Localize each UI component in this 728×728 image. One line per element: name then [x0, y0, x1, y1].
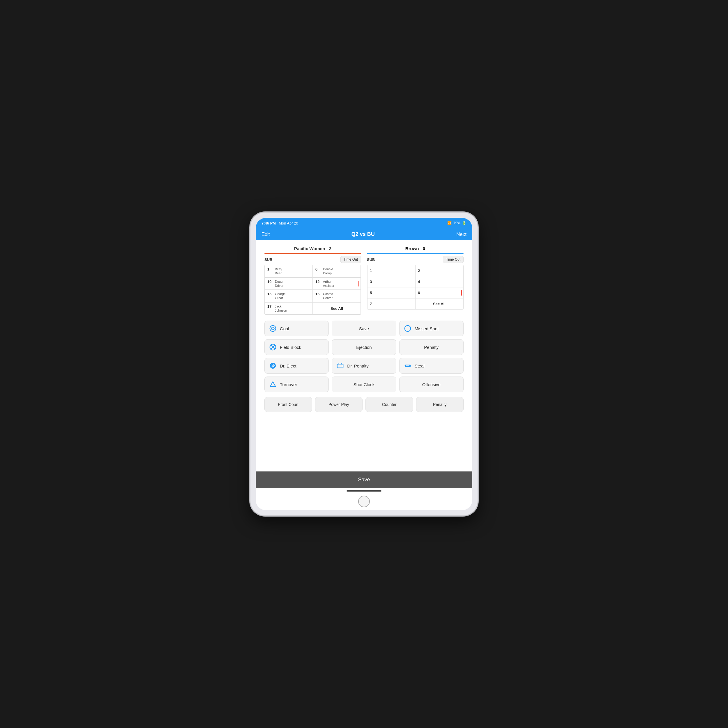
status-time: 7:46 PM: [262, 221, 276, 225]
battery-percent: 79%: [453, 221, 460, 225]
svg-rect-7: [337, 364, 343, 368]
home-player-16[interactable]: 16 CosmoCenter: [313, 290, 361, 302]
missed-shot-icon: [404, 324, 412, 333]
away-team-section: Brown - 0 SUB Time Out 1 2 3 4 5 6: [367, 246, 463, 315]
shot-clock-button[interactable]: Shot Clock: [332, 376, 396, 392]
home-team-title: Pacific Women - 2: [265, 246, 361, 251]
nav-bar: Exit Q2 vs BU Next: [256, 228, 472, 240]
away-player-6[interactable]: 6: [415, 287, 463, 298]
away-player-7[interactable]: 7: [367, 298, 415, 309]
dr-penalty-button[interactable]: Dr. Penalty: [332, 358, 396, 374]
away-player-2[interactable]: 2: [415, 265, 463, 276]
status-icons: 📶 79% 🔋: [447, 221, 466, 225]
home-sub-button[interactable]: SUB: [265, 257, 272, 262]
home-player-6[interactable]: 6 DonaldDroop: [313, 265, 361, 277]
nav-title: Q2 vs BU: [352, 231, 375, 237]
missed-shot-button[interactable]: Missed Shot: [399, 321, 463, 336]
next-button[interactable]: Next: [456, 231, 466, 237]
svg-point-2: [404, 326, 410, 331]
save-action-button[interactable]: Save: [332, 321, 396, 336]
away-see-all-button[interactable]: See All: [415, 298, 463, 309]
home-player-12[interactable]: 12 ArthurAssister: [313, 277, 361, 290]
steal-icon: [404, 362, 412, 370]
teams-grid: Pacific Women - 2 SUB Time Out 1 BettyBe…: [265, 246, 463, 315]
dr-penalty-label: Dr. Penalty: [347, 363, 369, 369]
penalty-bottom-button[interactable]: Penalty: [416, 397, 464, 412]
action-section: Goal Save Missed Shot: [265, 321, 463, 392]
dr-eject-icon: [269, 362, 277, 370]
goal-icon: [269, 324, 277, 333]
steal-label: Steal: [414, 363, 425, 369]
shot-clock-label: Shot Clock: [353, 382, 375, 387]
home-team-bar: [265, 253, 361, 254]
home-button-container: [256, 494, 472, 510]
away-sub-button[interactable]: SUB: [367, 257, 375, 262]
save-action-label: Save: [359, 326, 369, 331]
away-timeout-button[interactable]: Time Out: [443, 256, 463, 263]
home-player-1[interactable]: 1 BettyBean: [265, 265, 313, 277]
goal-button[interactable]: Goal: [265, 321, 329, 336]
offensive-button[interactable]: Offensive: [399, 376, 463, 392]
save-bar[interactable]: Save: [256, 471, 472, 488]
away-team-title: Brown - 0: [367, 246, 463, 251]
svg-point-1: [271, 327, 274, 330]
home-indicator-bar: [256, 488, 472, 494]
bottom-row: Front Court Power Play Counter Penalty: [265, 397, 463, 412]
away-player-5[interactable]: 5: [367, 287, 415, 298]
ipad-frame: 7:46 PM Mon Apr 20 📶 79% 🔋 Exit Q2 vs BU…: [251, 213, 477, 515]
away-player-grid: 1 2 3 4 5 6 7 See All: [367, 265, 463, 309]
front-court-button[interactable]: Front Court: [265, 397, 312, 412]
battery-icon: 🔋: [462, 221, 466, 225]
ipad-screen: 7:46 PM Mon Apr 20 📶 79% 🔋 Exit Q2 vs BU…: [256, 218, 472, 510]
home-team-section: Pacific Women - 2 SUB Time Out 1 BettyBe…: [265, 246, 361, 315]
away-team-controls: SUB Time Out: [367, 256, 463, 263]
away-red-flag-indicator: [461, 290, 462, 295]
home-team-controls: SUB Time Out: [265, 256, 361, 263]
home-player-grid: 1 BettyBean 6 DonaldDroop 10 DougDriver: [265, 265, 361, 315]
exit-button[interactable]: Exit: [262, 231, 270, 237]
steal-button[interactable]: Steal: [399, 358, 463, 374]
away-player-4[interactable]: 4: [415, 276, 463, 287]
action-row-4: Turnover Shot Clock Offensive: [265, 376, 463, 392]
dr-eject-label: Dr. Eject: [280, 363, 297, 369]
counter-button[interactable]: Counter: [366, 397, 413, 412]
status-date: Mon Apr 20: [279, 221, 298, 225]
wifi-icon: 📶: [447, 221, 452, 225]
home-bar: [347, 490, 381, 491]
goal-label: Goal: [280, 326, 289, 331]
penalty-button[interactable]: Penalty: [399, 339, 463, 355]
home-button[interactable]: [358, 496, 370, 507]
main-content: Pacific Women - 2 SUB Time Out 1 BettyBe…: [256, 240, 472, 471]
away-player-3[interactable]: 3: [367, 276, 415, 287]
red-flag-indicator: [358, 281, 359, 286]
missed-shot-label: Missed Shot: [414, 326, 439, 331]
home-player-10[interactable]: 10 DougDriver: [265, 277, 313, 290]
turnover-label: Turnover: [280, 382, 297, 387]
save-bar-label: Save: [358, 477, 370, 483]
ejection-button[interactable]: Ejection: [332, 339, 396, 355]
home-timeout-button[interactable]: Time Out: [340, 256, 361, 263]
status-bar: 7:46 PM Mon Apr 20 📶 79% 🔋: [256, 218, 472, 228]
action-row-3: Dr. Eject Dr. Penalty: [265, 358, 463, 374]
penalty-label: Penalty: [424, 345, 439, 350]
dr-eject-button[interactable]: Dr. Eject: [265, 358, 329, 374]
offensive-label: Offensive: [422, 382, 440, 387]
svg-point-0: [270, 326, 276, 331]
away-player-1[interactable]: 1: [367, 265, 415, 276]
away-team-bar: [367, 253, 463, 254]
turnover-icon: [269, 380, 277, 388]
action-row-2: Field Block Ejection Penalty: [265, 339, 463, 355]
action-row-1: Goal Save Missed Shot: [265, 321, 463, 336]
ejection-label: Ejection: [356, 345, 372, 350]
home-player-17[interactable]: 17 JackJohnson: [265, 302, 313, 315]
home-player-15[interactable]: 15 GeorgeGreat: [265, 290, 313, 302]
home-see-all-button[interactable]: See All: [313, 302, 361, 315]
turnover-button[interactable]: Turnover: [265, 376, 329, 392]
field-block-label: Field Block: [280, 345, 301, 350]
dr-penalty-icon: [336, 362, 344, 370]
field-block-button[interactable]: Field Block: [265, 339, 329, 355]
field-block-icon: [269, 343, 277, 351]
power-play-button[interactable]: Power Play: [315, 397, 363, 412]
